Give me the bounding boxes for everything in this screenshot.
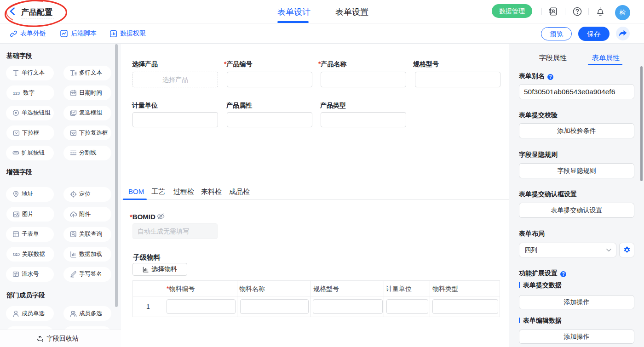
svg-text:123: 123 (13, 91, 20, 96)
